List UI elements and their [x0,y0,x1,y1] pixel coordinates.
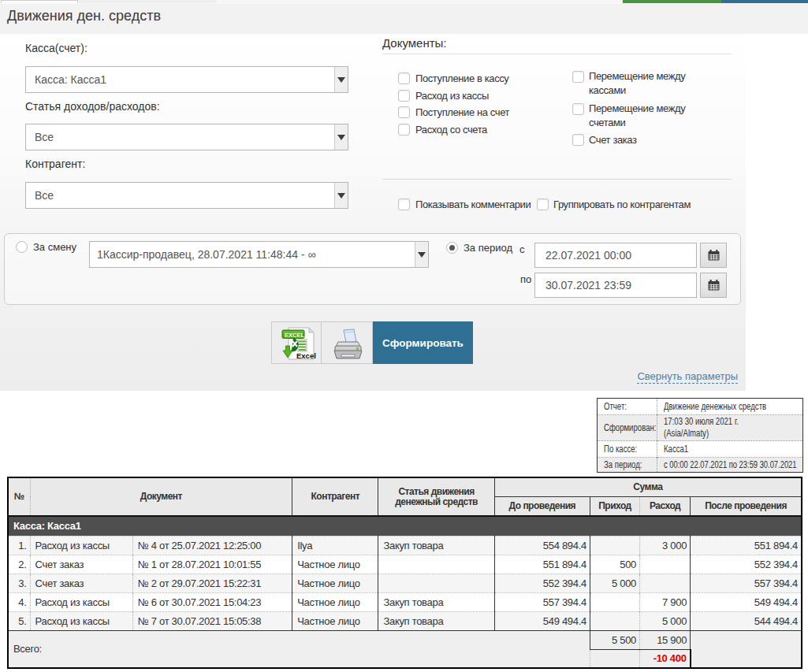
svg-text:EXCEL: EXCEL [285,332,304,339]
svg-text:Excel: Excel [296,351,316,360]
